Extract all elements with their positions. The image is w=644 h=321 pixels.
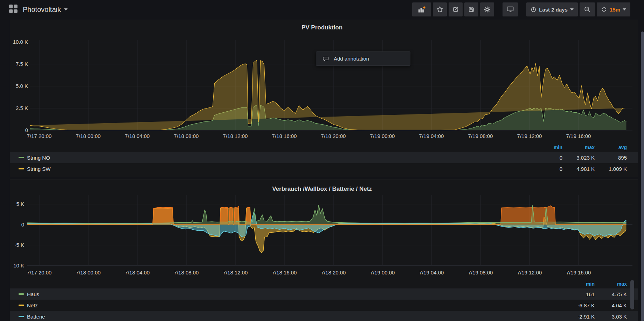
legend-row-netz: Netz-6.87 K4.04 K xyxy=(10,300,638,311)
add-annotation-menu-item[interactable]: Add annotation xyxy=(316,51,410,66)
legend-value-max: 4.981 K xyxy=(562,166,595,172)
legend-value-max: 4.04 K xyxy=(595,302,627,308)
legend-series-toggle[interactable]: Haus xyxy=(19,291,562,297)
series-color-swatch xyxy=(19,305,24,306)
svg-text:7/18 04:00: 7/18 04:00 xyxy=(125,270,150,275)
legend-header-min[interactable]: min xyxy=(562,281,595,287)
legend-header-row: minmaxavg xyxy=(10,143,638,152)
svg-text:7/19 12:00: 7/19 12:00 xyxy=(517,270,542,275)
legend-value-max: 3.03 K xyxy=(595,314,627,320)
legend-header-max[interactable]: max xyxy=(595,281,627,287)
add-annotation-label: Add annotation xyxy=(334,56,369,62)
svg-text:7/18 16:00: 7/18 16:00 xyxy=(272,270,297,275)
series-color-swatch xyxy=(19,157,24,158)
legend-value-max: 3.023 K xyxy=(562,155,595,161)
svg-text:-5 K: -5 K xyxy=(14,242,24,248)
legend-row-haus: Haus1614.75 K xyxy=(10,288,638,300)
series-label: Netz xyxy=(27,302,38,308)
legend-value-max: 4.75 K xyxy=(595,291,627,297)
svg-text:7/19 16:00: 7/19 16:00 xyxy=(566,270,591,275)
svg-text:7/17 20:00: 7/17 20:00 xyxy=(27,270,52,275)
legend-value-min: 161 xyxy=(562,291,595,297)
svg-text:0: 0 xyxy=(21,222,24,228)
series-label: String NO xyxy=(27,155,50,161)
legend-series-toggle[interactable]: String SW xyxy=(19,166,530,172)
series-color-swatch xyxy=(19,168,24,169)
legend-header-min[interactable]: min xyxy=(530,145,562,150)
legend-scrollbar[interactable] xyxy=(630,280,634,309)
series-label: String SW xyxy=(27,166,51,172)
legend-value-min: 0 xyxy=(530,166,562,172)
svg-text:7/18 20:00: 7/18 20:00 xyxy=(321,270,346,275)
comment-bubble-icon xyxy=(322,55,329,62)
svg-text:5 K: 5 K xyxy=(16,201,24,207)
legend-series-toggle[interactable]: Netz xyxy=(19,302,562,308)
page-scrollbar[interactable] xyxy=(641,32,644,321)
legend-series-toggle[interactable]: Batterie xyxy=(19,314,562,320)
legend-value-min: -6.87 K xyxy=(562,302,595,308)
svg-text:7/18 12:00: 7/18 12:00 xyxy=(223,270,248,275)
svg-text:7/18 08:00: 7/18 08:00 xyxy=(174,270,199,275)
legend-row-string-sw: String SW04.981 K1.009 K xyxy=(10,163,638,174)
svg-text:-10 K: -10 K xyxy=(12,263,24,268)
legend-value-min: 0 xyxy=(530,155,562,161)
legend-value-avg: 1.009 K xyxy=(595,166,627,172)
legend-header-max[interactable]: max xyxy=(562,145,595,150)
legend-value-avg: 895 xyxy=(595,155,627,161)
svg-text:7/18 00:00: 7/18 00:00 xyxy=(76,270,101,275)
verbrauch-legend: minmaxHaus1614.75 KNetz-6.87 K4.04 KBatt… xyxy=(10,279,638,321)
series-label: Batterie xyxy=(27,314,45,320)
svg-text:7/19 04:00: 7/19 04:00 xyxy=(419,270,444,275)
legend-row-string-no: String NO03.023 K895 xyxy=(10,152,638,163)
svg-text:7/19 08:00: 7/19 08:00 xyxy=(468,270,493,275)
series-label: Haus xyxy=(27,291,39,297)
legend-header-row: minmax xyxy=(10,279,638,288)
svg-text:7/19 00:00: 7/19 00:00 xyxy=(370,270,395,275)
legend-series-toggle[interactable]: String NO xyxy=(19,155,530,161)
legend-header-avg[interactable]: avg xyxy=(595,145,627,150)
series-color-swatch xyxy=(19,293,24,295)
legend-value-min: -2.91 K xyxy=(562,314,595,320)
legend-row-batterie: Batterie-2.91 K3.03 K xyxy=(10,311,638,321)
series-color-swatch xyxy=(19,316,24,317)
pv-produktion-legend: minmaxavgString NO03.023 K895String SW04… xyxy=(10,143,638,174)
